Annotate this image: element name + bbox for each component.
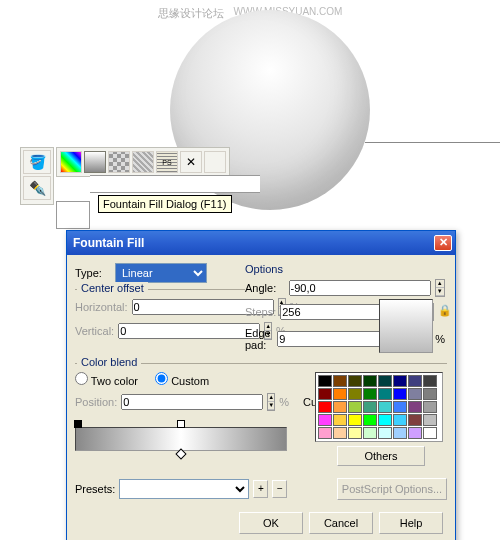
palette-swatch[interactable] [393, 414, 407, 426]
options-label: Options [245, 263, 283, 275]
position-input [121, 394, 263, 410]
preset-add-icon[interactable]: + [253, 480, 268, 498]
pattern-fill-icon[interactable] [108, 151, 130, 173]
palette-swatch[interactable] [333, 388, 347, 400]
ruler-corner [56, 201, 90, 229]
gradient-stop-start[interactable] [74, 420, 82, 428]
preset-remove-icon[interactable]: − [272, 480, 287, 498]
angle-label: Angle: [245, 282, 285, 294]
palette-swatch[interactable] [393, 427, 407, 439]
palette-swatch[interactable] [363, 401, 377, 413]
fill-tool-icon[interactable]: 🪣 [23, 150, 51, 174]
palette-swatch[interactable] [408, 388, 422, 400]
palette-swatch[interactable] [363, 414, 377, 426]
palette-swatch[interactable] [423, 401, 437, 413]
palette-swatch[interactable] [423, 414, 437, 426]
vertical-input [118, 323, 260, 339]
close-icon[interactable]: ✕ [434, 235, 452, 251]
palette-swatch[interactable] [348, 427, 362, 439]
palette-swatch[interactable] [408, 427, 422, 439]
fill-flyout-toolbar: PS ✕ [56, 147, 230, 177]
palette-swatch[interactable] [393, 401, 407, 413]
palette-swatch[interactable] [378, 401, 392, 413]
vertical-label: Vertical: [75, 325, 114, 337]
ok-button[interactable]: OK [239, 512, 303, 534]
angle-input[interactable] [289, 280, 431, 296]
palette-swatch[interactable] [318, 375, 332, 387]
palette-swatch[interactable] [423, 375, 437, 387]
steps-label: Steps: [245, 306, 276, 318]
position-spin: ▲▼ [267, 393, 275, 411]
palette-swatch[interactable] [393, 375, 407, 387]
palette-swatch[interactable] [348, 414, 362, 426]
palette-swatch[interactable] [378, 414, 392, 426]
two-color-radio[interactable]: Two color [75, 372, 138, 387]
fountain-fill-icon[interactable] [84, 151, 106, 173]
type-combo[interactable]: Linear [115, 263, 207, 283]
color-blend-group: Color blend [75, 363, 447, 364]
palette-swatch[interactable] [318, 388, 332, 400]
outline-tool-icon[interactable]: ✒️ [23, 176, 51, 200]
others-button[interactable]: Others [337, 446, 425, 466]
palette-swatch[interactable] [393, 388, 407, 400]
ruler-horizontal [90, 175, 260, 193]
palette-swatch[interactable] [408, 414, 422, 426]
palette-swatch[interactable] [408, 401, 422, 413]
palette-swatch[interactable] [348, 401, 362, 413]
texture-fill-icon[interactable] [132, 151, 154, 173]
palette-swatch[interactable] [363, 375, 377, 387]
color-palette [315, 372, 443, 442]
palette-swatch[interactable] [378, 427, 392, 439]
palette-swatch[interactable] [348, 375, 362, 387]
horizontal-label: Horizontal: [75, 301, 128, 313]
palette-swatch[interactable] [348, 388, 362, 400]
palette-swatch[interactable] [378, 388, 392, 400]
help-button[interactable]: Help [379, 512, 443, 534]
angle-spin[interactable]: ▲▼ [435, 279, 445, 297]
palette-swatch[interactable] [333, 414, 347, 426]
presets-combo[interactable] [119, 479, 249, 499]
gradient-mid-handle[interactable] [175, 448, 186, 459]
fountain-fill-dialog: Fountain Fill ✕ Type: Linear Center offs… [66, 230, 456, 540]
position-label: Position: [75, 396, 117, 408]
center-offset-group: Center offset [75, 289, 245, 290]
dialog-title: Fountain Fill [73, 236, 144, 250]
palette-swatch[interactable] [363, 388, 377, 400]
palette-swatch[interactable] [318, 414, 332, 426]
edgepad-label: Edge pad: [245, 327, 273, 351]
custom-radio[interactable]: Custom [155, 372, 209, 387]
palette-swatch[interactable] [423, 427, 437, 439]
type-label: Type: [75, 267, 111, 279]
tool-palette-vertical: 🪣 ✒️ [20, 147, 54, 205]
palette-swatch[interactable] [378, 375, 392, 387]
gradient-preview [379, 299, 433, 353]
palette-swatch[interactable] [318, 427, 332, 439]
cancel-button[interactable]: Cancel [309, 512, 373, 534]
postscript-fill-icon[interactable]: PS [156, 151, 178, 173]
tooltip: Fountain Fill Dialog (F11) [98, 195, 232, 213]
palette-swatch[interactable] [333, 401, 347, 413]
palette-swatch[interactable] [333, 427, 347, 439]
titlebar[interactable]: Fountain Fill ✕ [67, 231, 455, 255]
presets-label: Presets: [75, 483, 115, 495]
palette-swatch[interactable] [318, 401, 332, 413]
no-fill-icon[interactable]: ✕ [180, 151, 202, 173]
lock-icon[interactable]: 🔒 [438, 304, 452, 320]
palette-swatch[interactable] [363, 427, 377, 439]
uniform-fill-icon[interactable] [60, 151, 82, 173]
gradient-editor[interactable] [75, 427, 287, 451]
guide-line [365, 142, 500, 143]
postscript-options-button: PostScript Options... [337, 478, 447, 500]
palette-swatch[interactable] [408, 375, 422, 387]
gradient-stop-mid[interactable] [177, 420, 185, 428]
palette-swatch[interactable] [333, 375, 347, 387]
palette-swatch[interactable] [423, 388, 437, 400]
color-docker-icon[interactable] [204, 151, 226, 173]
